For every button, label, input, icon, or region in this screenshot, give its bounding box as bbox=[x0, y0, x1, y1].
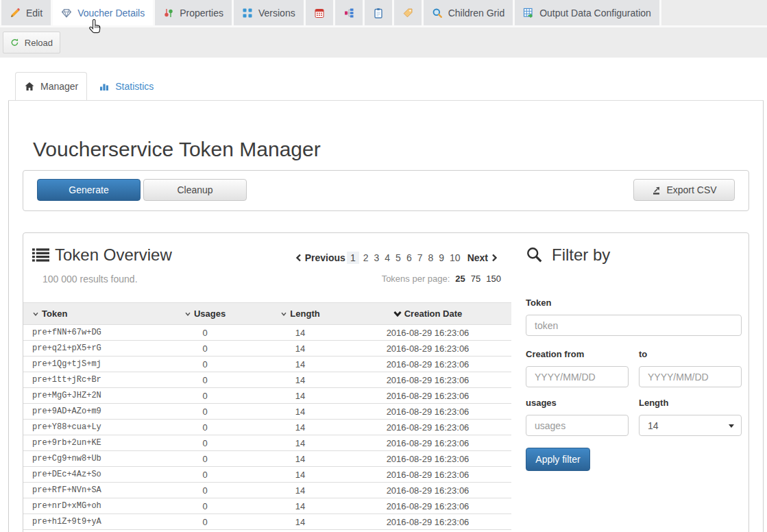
cell-c4: 2016-08-29 16:23:06 bbox=[344, 404, 511, 420]
cell-c2: 0 bbox=[154, 483, 256, 498]
clipboard-icon bbox=[373, 8, 384, 19]
table-row: pre+q2i+pX5+rG0142016-08-29 16:23:06 bbox=[23, 341, 511, 356]
column-header-usages[interactable]: Usages bbox=[154, 303, 256, 325]
cell-c3: 14 bbox=[256, 514, 344, 530]
tab-hierarchy[interactable] bbox=[335, 0, 365, 25]
cell-c2: 0 bbox=[154, 435, 256, 451]
cell-c2: 0 bbox=[154, 514, 256, 530]
tab-statistics[interactable]: Statistics bbox=[90, 72, 162, 100]
cell-c2: 0 bbox=[154, 404, 256, 420]
chevron-left-icon[interactable] bbox=[295, 254, 302, 262]
cleanup-button[interactable]: Cleanup bbox=[143, 179, 247, 201]
column-header-token[interactable]: Token bbox=[23, 303, 154, 325]
page-9[interactable]: 9 bbox=[439, 252, 444, 263]
generate-button[interactable]: Generate bbox=[37, 179, 141, 201]
pagination-next[interactable]: Next bbox=[467, 252, 488, 263]
page-5[interactable]: 5 bbox=[395, 252, 401, 263]
results-count: 100 000 results found. bbox=[42, 274, 138, 285]
creation-from-input[interactable] bbox=[526, 366, 629, 387]
tab-children-grid[interactable]: Children Grid bbox=[424, 0, 515, 25]
manager-pane: Voucherservice Token Manager Generate Cl… bbox=[8, 101, 764, 532]
cell-c3: 14 bbox=[256, 372, 344, 388]
reload-label: Reload bbox=[25, 38, 53, 48]
token-overview-title: Token Overview bbox=[32, 245, 172, 265]
cell-c2: 0 bbox=[154, 451, 256, 467]
cell-c1: pre+Cg9+nw8+Ub bbox=[23, 451, 154, 467]
reload-button[interactable]: Reload bbox=[3, 32, 60, 53]
cell-c4: 2016-08-29 16:23:06 bbox=[344, 372, 511, 388]
export-csv-button[interactable]: Export CSV bbox=[633, 179, 735, 201]
calendar-icon bbox=[314, 8, 325, 19]
creation-to-input[interactable] bbox=[639, 366, 742, 387]
cell-c4: 2016-08-29 16:23:06 bbox=[344, 388, 511, 404]
tab-clipboard[interactable] bbox=[365, 0, 394, 25]
cell-c3: 14 bbox=[256, 483, 344, 498]
cell-c1: pre+RfF+NVn+SA bbox=[23, 483, 154, 498]
tab-calendar[interactable] bbox=[306, 0, 335, 25]
page-6[interactable]: 6 bbox=[406, 252, 412, 263]
table-row: pre+RfF+NVn+SA0142016-08-29 16:23:06 bbox=[23, 483, 511, 498]
length-select[interactable]: 14 bbox=[639, 415, 742, 436]
page-3[interactable]: 3 bbox=[374, 252, 379, 263]
page-2[interactable]: 2 bbox=[363, 252, 369, 263]
tab-label: Properties bbox=[180, 8, 223, 19]
length-filter-label: Length bbox=[639, 398, 742, 408]
page-4[interactable]: 4 bbox=[385, 252, 390, 263]
page-1[interactable]: 1 bbox=[347, 252, 359, 264]
table-row: pre+Y88+cua+Ly0142016-08-29 16:23:06 bbox=[23, 420, 511, 435]
page-7[interactable]: 7 bbox=[417, 252, 423, 263]
per-page-150[interactable]: 150 bbox=[486, 274, 501, 284]
cell-c3: 14 bbox=[256, 341, 344, 356]
tab-label: Voucher Details bbox=[77, 8, 145, 19]
cell-c4: 2016-08-29 16:23:06 bbox=[344, 467, 511, 483]
cell-c4: 2016-08-29 16:23:06 bbox=[344, 451, 511, 467]
cell-c3: 14 bbox=[256, 420, 344, 435]
cell-c1: pre+9AD+AZo+m9 bbox=[23, 404, 154, 420]
column-header-length[interactable]: Length bbox=[256, 303, 344, 325]
token-filter-input[interactable] bbox=[526, 315, 742, 336]
sort-icon bbox=[184, 311, 191, 317]
main-container: Manager Statistics Voucherservice Token … bbox=[8, 72, 764, 532]
cell-c3: 14 bbox=[256, 451, 344, 467]
column-header-creation-date[interactable]: Creation Date bbox=[344, 303, 511, 325]
export-icon bbox=[651, 185, 661, 195]
tab-versions[interactable]: Versions bbox=[234, 0, 306, 25]
pagination-pages: 12345678910 bbox=[345, 252, 463, 263]
per-page-75[interactable]: 75 bbox=[471, 274, 480, 284]
tab-label: Statistics bbox=[115, 81, 154, 92]
cell-c1: pre+DEc+4Az+So bbox=[23, 467, 154, 483]
tab-manager[interactable]: Manager bbox=[15, 72, 87, 100]
reload-icon bbox=[10, 38, 19, 47]
token-filter-label: Token bbox=[526, 298, 742, 308]
cell-c1: pre+h1Z+9t9+yA bbox=[23, 514, 154, 530]
tab-properties[interactable]: Properties bbox=[155, 0, 234, 25]
table-row: pre+9AD+AZo+m90142016-08-29 16:23:06 bbox=[23, 404, 511, 420]
sort-icon bbox=[32, 311, 39, 317]
pagination-previous[interactable]: Previous bbox=[305, 252, 345, 263]
chevron-right-icon[interactable] bbox=[491, 254, 498, 262]
tab-label: Versions bbox=[258, 8, 295, 19]
tab-output-data-configuration[interactable]: Output Data Configuration bbox=[515, 0, 661, 25]
cell-c2: 0 bbox=[154, 341, 256, 356]
page-8[interactable]: 8 bbox=[428, 252, 433, 263]
page-title: Voucherservice Token Manager bbox=[33, 138, 749, 161]
filter-column: Filter by Token Creation from to bbox=[526, 233, 742, 532]
table-row: pre+DEc+4Az+So0142016-08-29 16:23:06 bbox=[23, 467, 511, 483]
tokens-per-page: Tokens per page:2575150 bbox=[382, 274, 501, 285]
cell-c4: 2016-08-29 16:23:06 bbox=[344, 435, 511, 451]
gem-icon bbox=[61, 8, 72, 19]
table-row: pre+h1Z+9t9+yA0142016-08-29 16:23:06 bbox=[23, 514, 511, 530]
apply-filter-button[interactable]: Apply filter bbox=[526, 448, 590, 471]
tab-label: Children Grid bbox=[448, 8, 504, 19]
cell-c4: 2016-08-29 16:23:06 bbox=[344, 341, 511, 356]
cell-c1: pre+nrD+xMG+oh bbox=[23, 498, 154, 514]
tab-voucher-details[interactable]: Voucher Details bbox=[53, 0, 155, 25]
usages-filter-input[interactable] bbox=[526, 415, 629, 436]
search-icon bbox=[432, 8, 443, 19]
tab-edit[interactable]: Edit bbox=[0, 0, 53, 25]
page-10[interactable]: 10 bbox=[450, 252, 461, 263]
tab-tag[interactable] bbox=[394, 0, 424, 25]
per-page-25[interactable]: 25 bbox=[455, 274, 465, 284]
cell-c2: 0 bbox=[154, 325, 256, 341]
tab-label: Output Data Configuration bbox=[539, 8, 651, 19]
